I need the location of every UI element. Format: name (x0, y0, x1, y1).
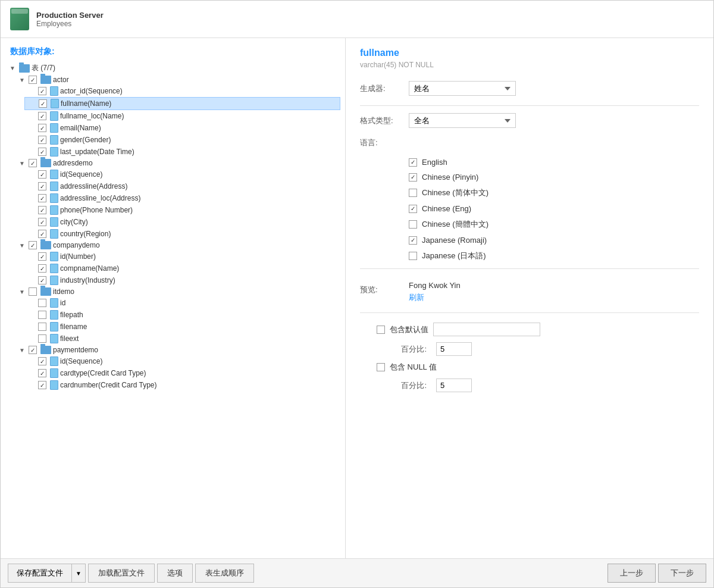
field-title: fullname (360, 48, 699, 58)
table-addresdemo[interactable]: ▼ ✓ addresdemo (15, 158, 340, 168)
checkbox-lang-japanese-romaji[interactable]: ✓ (409, 236, 417, 245)
label-lang-chinese-traditional: Chinese (簡體中文) (422, 219, 488, 230)
lang-chinese-pinyin[interactable]: ✓ Chinese (Pinyin) (409, 173, 699, 182)
generator-row: 生成器: 姓名 (360, 81, 699, 96)
col-filepath[interactable]: filepath (24, 309, 340, 321)
lang-japanese-romaji[interactable]: ✓ Japanese (Romaji) (409, 236, 699, 245)
table-actor[interactable]: ▼ ✓ actor (15, 74, 340, 85)
table-companydemo[interactable]: ▼ ✓ companydemo (15, 240, 340, 251)
checkbox-cardnumber[interactable]: ✓ (38, 381, 46, 389)
input-percent2[interactable] (436, 379, 472, 392)
table-order-button[interactable]: 表生成顺序 (195, 564, 254, 583)
col-compname[interactable]: ✓ compname(Name) (24, 262, 340, 274)
lang-japanese[interactable]: Japanese (日本語) (409, 251, 699, 261)
col-email[interactable]: ✓ email(Name) (24, 122, 340, 134)
col-industry[interactable]: ✓ industry(Industry) (24, 274, 340, 286)
checkbox-lang-chinese-pinyin[interactable]: ✓ (409, 173, 417, 182)
checkbox-addressline[interactable]: ✓ (38, 182, 46, 190)
checkbox-cardtype[interactable]: ✓ (38, 369, 46, 377)
checkbox-include-null[interactable] (377, 363, 385, 371)
col-addressline_loc[interactable]: ✓ addressline_loc(Address) (24, 192, 340, 204)
checkbox-lang-chinese-eng[interactable]: ✓ (409, 205, 417, 213)
label-id-company: id(Number) (60, 252, 338, 261)
checkbox-addressline_loc[interactable]: ✓ (38, 194, 46, 202)
lang-chinese-eng[interactable]: ✓ Chinese (Eng) (409, 204, 699, 213)
col-cardtype[interactable]: ✓ cardtype(Credit Card Type) (24, 367, 340, 379)
checkbox-last_update[interactable]: ✓ (38, 148, 46, 156)
format-type-select[interactable]: 全名 (409, 113, 516, 128)
checkbox-actor[interactable]: ✓ (29, 76, 37, 84)
col-country[interactable]: ✓ country(Region) (24, 228, 340, 240)
col-fullname_loc[interactable]: ✓ fullname_loc(Name) (24, 110, 340, 122)
col-phone[interactable]: ✓ phone(Phone Number) (24, 204, 340, 216)
checkbox-id-payment[interactable]: ✓ (38, 357, 46, 365)
table-group[interactable]: ▼ 表 (7/7) (5, 62, 340, 74)
col-icon-id-payment (50, 356, 58, 366)
col-city[interactable]: ✓ city(City) (24, 216, 340, 228)
col-fullname[interactable]: ✓ fullname(Name) (24, 97, 340, 110)
checkbox-industry[interactable]: ✓ (38, 276, 46, 284)
expander-actor: ▼ (17, 77, 27, 83)
col-cardnumber[interactable]: ✓ cardnumber(Credit Card Type) (24, 379, 340, 391)
checkbox-companydemo[interactable]: ✓ (29, 241, 37, 249)
checkbox-lang-japanese[interactable] (409, 252, 417, 260)
content-area: 数据库对象: ▼ 表 (7/7) ▼ ✓ actor (1, 38, 713, 558)
checkbox-filepath[interactable] (38, 311, 46, 319)
checkbox-id-addr[interactable]: ✓ (38, 170, 46, 179)
col-id-it[interactable]: id (24, 297, 340, 309)
checkbox-actor_id[interactable]: ✓ (38, 87, 46, 95)
header: Production Server Employees (1, 1, 713, 38)
label-country: country(Region) (60, 230, 338, 238)
options-button[interactable]: 选项 (157, 564, 193, 583)
prev-button[interactable]: 上一步 (607, 564, 656, 583)
lang-chinese-simplified[interactable]: Chinese (简体中文) (409, 187, 699, 198)
checkbox-compname[interactable]: ✓ (38, 264, 46, 273)
save-config-button[interactable]: 保存配置文件 (8, 564, 71, 583)
checkbox-phone[interactable]: ✓ (38, 206, 46, 214)
save-config-arrow[interactable]: ▼ (71, 564, 86, 583)
checkbox-paymentdemo[interactable]: ✓ (29, 346, 37, 354)
checkbox-gender[interactable]: ✓ (38, 136, 46, 144)
footer: 保存配置文件 ▼ 加载配置文件 选项 表生成顺序 上一步 下一步 (1, 558, 713, 587)
col-actor_id[interactable]: ✓ actor_id(Sequence) (24, 85, 340, 97)
checkbox-fileext[interactable] (38, 334, 46, 343)
checkbox-country[interactable]: ✓ (38, 230, 46, 238)
checkbox-lang-chinese-traditional[interactable] (409, 220, 417, 229)
checkbox-email[interactable]: ✓ (38, 124, 46, 132)
col-last_update[interactable]: ✓ last_update(Date Time) (24, 146, 340, 158)
checkbox-city[interactable]: ✓ (38, 218, 46, 226)
col-fileext[interactable]: fileext (24, 333, 340, 345)
generator-select[interactable]: 姓名 (409, 81, 516, 96)
checkbox-fullname_loc[interactable]: ✓ (38, 112, 46, 120)
label-include-default: 包含默认值 (390, 324, 428, 335)
col-id-addr[interactable]: ✓ id(Sequence) (24, 168, 340, 180)
next-button[interactable]: 下一步 (658, 564, 706, 583)
checkbox-lang-english[interactable]: ✓ (409, 158, 417, 167)
col-id-company[interactable]: ✓ id(Number) (24, 251, 340, 262)
col-addressline[interactable]: ✓ addressline(Address) (24, 180, 340, 192)
col-gender[interactable]: ✓ gender(Gender) (24, 134, 340, 146)
input-include-default[interactable] (433, 323, 540, 336)
checkbox-itdemo[interactable] (29, 287, 37, 296)
load-config-button[interactable]: 加载配置文件 (88, 564, 155, 583)
checkbox-fullname[interactable]: ✓ (39, 99, 47, 108)
checkbox-id-it[interactable] (38, 299, 46, 307)
checkbox-addresdemo[interactable]: ✓ (29, 159, 37, 167)
lang-chinese-traditional[interactable]: Chinese (簡體中文) (409, 219, 699, 230)
checkbox-filename[interactable] (38, 323, 46, 331)
table-itdemo[interactable]: ▼ itdemo (15, 286, 340, 297)
checkbox-lang-chinese-simplified[interactable] (409, 189, 417, 197)
checkbox-include-default[interactable] (377, 326, 385, 334)
label-last_update: last_update(Date Time) (60, 148, 338, 156)
col-id-payment[interactable]: ✓ id(Sequence) (24, 355, 340, 367)
checkbox-id-company[interactable]: ✓ (38, 252, 46, 261)
label-actor: actor (53, 76, 338, 84)
lang-english[interactable]: ✓ English (409, 158, 699, 167)
generator-label: 生成器: (360, 83, 402, 94)
col-filename[interactable]: filename (24, 321, 340, 333)
input-percent1[interactable] (436, 342, 472, 356)
expander-tables: ▼ (8, 65, 17, 71)
col-icon-id-addr (50, 170, 58, 179)
table-paymentdemo[interactable]: ▼ ✓ paymentdemo (15, 345, 340, 355)
refresh-link[interactable]: 刷新 (409, 293, 424, 302)
